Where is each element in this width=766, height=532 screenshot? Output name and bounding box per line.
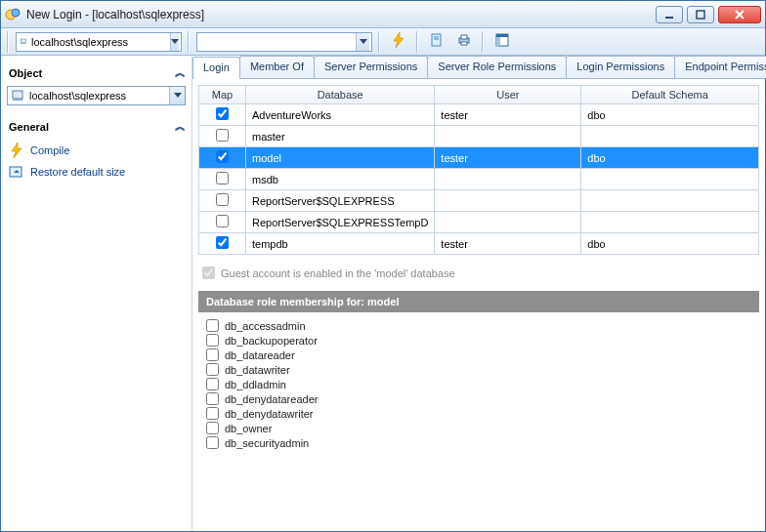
role-checkbox[interactable] — [206, 392, 219, 405]
table-row[interactable]: msdb — [199, 169, 759, 190]
col-user[interactable]: User — [435, 86, 581, 104]
tab-server-permissions[interactable]: Server Permissions — [314, 56, 428, 78]
user-cell[interactable] — [435, 126, 581, 147]
tab-server-role-permissions[interactable]: Server Role Permissions — [427, 56, 567, 78]
map-checkbox[interactable] — [216, 193, 229, 206]
minimize-button[interactable] — [656, 6, 683, 23]
database-cell[interactable]: ReportServer$SQLEXPRESSTempD — [246, 212, 435, 233]
role-item[interactable]: db_accessadmin — [206, 318, 751, 333]
map-cell[interactable] — [199, 212, 246, 233]
database-cell[interactable]: model — [246, 147, 435, 169]
toolbar-combo2[interactable] — [196, 32, 372, 52]
schema-cell[interactable] — [581, 126, 759, 147]
restore-link[interactable]: Restore default size — [7, 161, 186, 183]
server-combo[interactable] — [16, 32, 182, 52]
server-combo-input[interactable] — [31, 36, 166, 48]
map-cell[interactable] — [199, 104, 246, 126]
user-cell[interactable] — [435, 169, 581, 190]
close-button[interactable] — [718, 6, 761, 23]
tab-login-permissions[interactable]: Login Permissions — [566, 56, 675, 78]
svg-rect-13 — [461, 42, 467, 45]
schema-cell[interactable]: dbo — [581, 104, 759, 126]
role-checkbox[interactable] — [206, 334, 219, 347]
role-label: db_ddladmin — [225, 379, 286, 390]
collapse-icon[interactable]: ︽ — [175, 119, 184, 134]
map-checkbox[interactable] — [216, 107, 229, 120]
col-database[interactable]: Database — [246, 86, 435, 104]
collapse-icon[interactable]: ︽ — [175, 65, 184, 80]
table-row[interactable]: modeltesterdbo — [199, 147, 759, 169]
map-checkbox[interactable] — [216, 150, 229, 163]
document-icon — [430, 33, 444, 50]
table-row[interactable]: ReportServer$SQLEXPRESS — [199, 190, 759, 212]
table-row[interactable]: AdventureWorkstesterdbo — [199, 104, 759, 126]
role-checkbox[interactable] — [206, 319, 219, 332]
map-cell[interactable] — [199, 147, 246, 169]
map-checkbox[interactable] — [216, 172, 229, 184]
database-cell[interactable]: AdventureWorks — [246, 104, 435, 126]
database-cell[interactable]: ReportServer$SQLEXPRESS — [246, 190, 435, 212]
table-row[interactable]: ReportServer$SQLEXPRESSTempD — [199, 212, 759, 233]
tab-login[interactable]: Login — [192, 57, 240, 79]
tab-endpoint-permissions[interactable]: Endpoint Permissio — [674, 56, 766, 78]
maximize-button[interactable] — [687, 6, 714, 23]
execute-button[interactable] — [387, 31, 410, 53]
table-row[interactable]: master — [199, 126, 759, 147]
toolbar-print-button[interactable] — [452, 31, 476, 53]
schema-cell[interactable] — [581, 212, 759, 233]
table-row[interactable]: tempdbtesterdbo — [199, 233, 759, 255]
server-combo-drop[interactable] — [170, 33, 179, 51]
toolbar-layout-button[interactable] — [490, 31, 514, 53]
role-item[interactable]: db_denydatareader — [206, 391, 751, 406]
map-cell[interactable] — [199, 126, 246, 147]
database-cell[interactable]: master — [246, 126, 435, 147]
map-cell[interactable] — [199, 169, 246, 190]
compile-link[interactable]: Compile — [7, 140, 186, 161]
user-cell[interactable] — [435, 212, 581, 233]
svg-rect-18 — [13, 99, 22, 101]
user-cell[interactable]: tester — [435, 147, 581, 169]
toolbar-combo2-input[interactable] — [201, 36, 352, 48]
compile-link-label: Compile — [30, 144, 69, 156]
role-checkbox[interactable] — [206, 422, 219, 434]
map-checkbox[interactable] — [216, 236, 229, 249]
role-checkbox[interactable] — [206, 348, 219, 361]
object-server-input[interactable] — [29, 90, 165, 102]
toolbar-combo2-drop[interactable] — [356, 33, 369, 51]
database-cell[interactable]: msdb — [246, 169, 435, 190]
role-item[interactable]: db_backupoperator — [206, 333, 751, 348]
role-item[interactable]: db_securityadmin — [206, 435, 751, 450]
role-item[interactable]: db_ddladmin — [206, 377, 751, 391]
map-cell[interactable] — [199, 190, 246, 212]
role-item[interactable]: db_datawriter — [206, 362, 751, 377]
tab-member-of[interactable]: Member Of — [239, 56, 315, 78]
schema-cell[interactable]: dbo — [581, 233, 759, 255]
col-schema[interactable]: Default Schema — [581, 86, 759, 104]
role-checkbox[interactable] — [206, 363, 219, 376]
map-checkbox[interactable] — [216, 129, 229, 142]
toolbar-doc-button[interactable] — [425, 31, 448, 53]
map-checkbox[interactable] — [216, 215, 229, 227]
schema-cell[interactable] — [581, 169, 759, 190]
role-item[interactable]: db_denydatawriter — [206, 406, 751, 421]
user-cell[interactable]: tester — [435, 104, 581, 126]
user-cell[interactable]: tester — [435, 233, 581, 255]
schema-cell[interactable] — [581, 190, 759, 212]
svg-rect-8 — [432, 34, 441, 46]
role-item[interactable]: db_datareader — [206, 348, 751, 362]
object-server-drop[interactable] — [169, 87, 185, 104]
object-server-combo[interactable] — [7, 86, 186, 105]
server-icon — [21, 35, 27, 49]
content: Object ︽ General ︽ Compile Restore defau… — [1, 56, 765, 531]
user-cell[interactable] — [435, 190, 581, 212]
restore-icon — [9, 164, 24, 180]
role-checkbox[interactable] — [206, 378, 219, 390]
role-item[interactable]: db_owner — [206, 421, 751, 435]
schema-cell[interactable]: dbo — [581, 147, 759, 169]
col-map[interactable]: Map — [199, 86, 246, 104]
database-cell[interactable]: tempdb — [246, 233, 435, 255]
role-checkbox[interactable] — [206, 407, 219, 420]
map-cell[interactable] — [199, 233, 246, 255]
role-checkbox[interactable] — [206, 436, 219, 449]
window: New Login - [localhost\sqlexpress] — [0, 0, 766, 532]
